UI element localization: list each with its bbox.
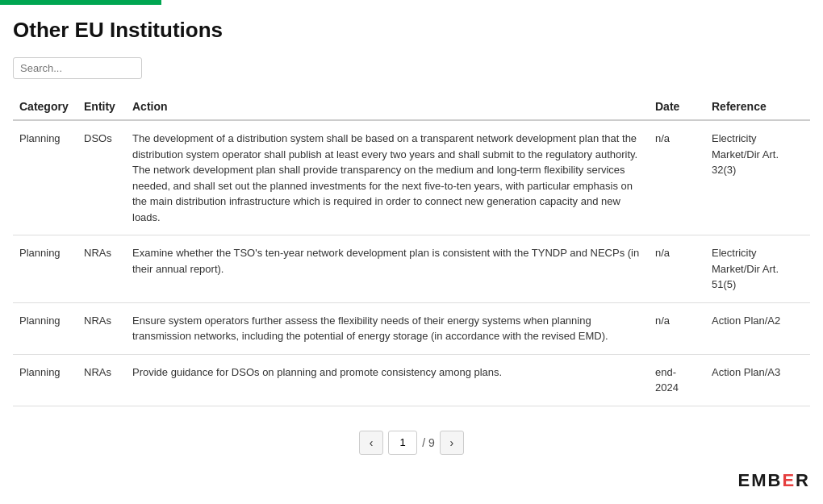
- table-row: PlanningNRAsProvide guidance for DSOs on…: [13, 354, 810, 406]
- next-page-button[interactable]: ›: [440, 431, 464, 455]
- cell-action-2: Ensure system operators further assess t…: [126, 302, 649, 354]
- cell-reference-1: Electricity Market/Dir Art. 51(5): [705, 235, 810, 303]
- table-row: PlanningNRAsExamine whether the TSO's te…: [13, 235, 810, 303]
- col-header-date: Date: [649, 94, 705, 120]
- col-header-reference: Reference: [705, 94, 810, 120]
- page-number-input[interactable]: [388, 431, 417, 455]
- prev-page-button[interactable]: ‹: [359, 431, 383, 455]
- cell-reference-3: Action Plan/A3: [705, 354, 810, 406]
- cell-date-2: n/a: [649, 302, 705, 354]
- cell-date-1: n/a: [649, 235, 705, 303]
- col-header-category: Category: [13, 94, 77, 120]
- cell-action-1: Examine whether the TSO's ten-year netwo…: [126, 235, 649, 303]
- cell-entity-2: NRAs: [77, 302, 126, 354]
- cell-action-0: The development of a distribution system…: [126, 120, 649, 235]
- cell-entity-3: NRAs: [77, 354, 126, 406]
- cell-date-0: n/a: [649, 120, 705, 235]
- cell-category-2: Planning: [13, 302, 77, 354]
- cell-category-3: Planning: [13, 354, 77, 406]
- cell-reference-2: Action Plan/A2: [705, 302, 810, 354]
- pagination-controls: ‹ / 9 ›: [13, 431, 810, 455]
- table-row: PlanningDSOsThe development of a distrib…: [13, 120, 810, 235]
- cell-entity-1: NRAs: [77, 235, 126, 303]
- cell-date-3: end-2024: [649, 354, 705, 406]
- col-header-entity: Entity: [77, 94, 126, 120]
- cell-action-3: Provide guidance for DSOs on planning an…: [126, 354, 649, 406]
- page-title: Other EU Institutions: [13, 18, 810, 43]
- cell-reference-0: Electricity Market/Dir Art. 32(3): [705, 120, 810, 235]
- main-table: Category Entity Action Date Reference Pl…: [13, 94, 810, 406]
- col-header-action: Action: [126, 94, 649, 120]
- ember-r-letter: E: [782, 470, 796, 490]
- cell-entity-0: DSOs: [77, 120, 126, 235]
- cell-category-0: Planning: [13, 120, 77, 235]
- search-input[interactable]: [13, 57, 142, 79]
- page-separator: / 9: [422, 436, 435, 449]
- table-row: PlanningNRAsEnsure system operators furt…: [13, 302, 810, 354]
- ember-logo-text: EMBER: [738, 470, 810, 491]
- cell-category-1: Planning: [13, 235, 77, 303]
- ember-logo: EMBER: [738, 470, 810, 491]
- table-header-row: Category Entity Action Date Reference: [13, 94, 810, 120]
